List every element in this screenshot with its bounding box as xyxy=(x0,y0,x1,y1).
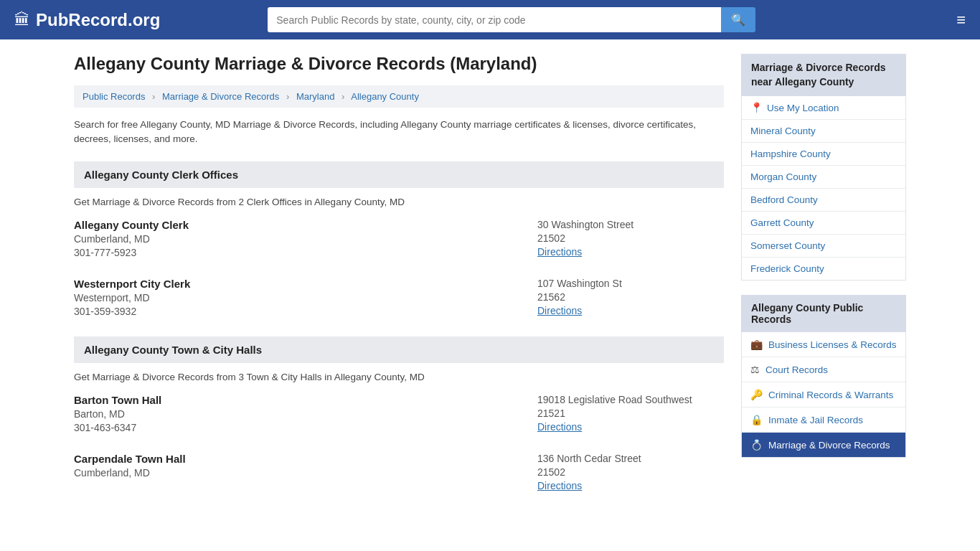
search-input[interactable] xyxy=(268,7,721,32)
record-left: Westernport City Clerk Westernport, MD 3… xyxy=(74,278,537,319)
record-address: 30 Washington Street xyxy=(537,219,724,230)
record-left: Allegany County Clerk Cumberland, MD 301… xyxy=(74,219,537,260)
sidebar-item-business[interactable]: 💼 Business Licenses & Records xyxy=(742,332,905,357)
record-zip: 21502 xyxy=(537,466,724,478)
record-name: Westernport City Clerk xyxy=(74,278,537,290)
sidebar-records-title: Allegany County Public Records xyxy=(741,295,906,332)
court-icon: ⚖ xyxy=(750,364,760,375)
record-entry-carpendale: Carpendale Town Hall Cumberland, MD 136 … xyxy=(74,453,724,491)
record-city: Cumberland, MD xyxy=(74,467,537,479)
sidebar-nearby-box: Marriage & Divorce Records near Allegany… xyxy=(741,54,906,281)
sidebar-item-garrett[interactable]: Garrett County xyxy=(742,212,905,235)
record-left: Carpendale Town Hall Cumberland, MD xyxy=(74,453,537,491)
sidebar-item-bedford[interactable]: Bedford County xyxy=(742,189,905,212)
record-right: 30 Washington Street 21502 Directions xyxy=(537,219,724,260)
page-container: Allegany County Marriage & Divorce Recor… xyxy=(60,39,920,523)
record-zip: 21521 xyxy=(537,408,724,419)
section-header-townhall: Allegany County Town & City Halls xyxy=(74,336,724,363)
sidebar-item-inmate[interactable]: 🔒 Inmate & Jail Records xyxy=(742,408,905,433)
record-city: Cumberland, MD xyxy=(74,233,537,245)
main-content: Allegany County Marriage & Divorce Recor… xyxy=(74,54,724,509)
site-header: 🏛 PubRecord.org 🔍 ≡ xyxy=(0,0,980,39)
directions-link[interactable]: Directions xyxy=(537,305,582,316)
section-desc-townhall: Get Marriage & Divorce Records from 3 To… xyxy=(74,372,724,382)
sidebar-nearby-list: 📍 Use My Location Mineral County Hampshi… xyxy=(741,96,906,281)
breadcrumb-item-maryland[interactable]: Maryland xyxy=(296,91,334,102)
record-address: 107 Washington St xyxy=(537,278,724,289)
directions-link[interactable]: Directions xyxy=(537,421,582,433)
sidebar-link-court[interactable]: ⚖ Court Records xyxy=(742,357,905,382)
logo-icon: 🏛 xyxy=(14,11,30,29)
business-icon: 💼 xyxy=(750,339,763,350)
breadcrumb-item-marriage[interactable]: Marriage & Divorce Records xyxy=(162,91,279,102)
breadcrumb: Public Records › Marriage & Divorce Reco… xyxy=(74,85,724,108)
logo-link[interactable]: 🏛 PubRecord.org xyxy=(14,10,160,30)
sidebar: Marriage & Divorce Records near Allegany… xyxy=(741,54,906,509)
sidebar-link-criminal[interactable]: 🔑 Criminal Records & Warrants xyxy=(742,382,905,407)
record-name: Allegany County Clerk xyxy=(74,219,537,231)
sidebar-records-box: Allegany County Public Records 💼 Busines… xyxy=(741,295,906,458)
criminal-icon: 🔑 xyxy=(750,389,763,400)
breadcrumb-item-public-records[interactable]: Public Records xyxy=(83,91,145,102)
directions-link[interactable]: Directions xyxy=(537,480,582,491)
breadcrumb-item-allegany[interactable]: Allegany County xyxy=(351,91,419,102)
sidebar-link-business[interactable]: 💼 Business Licenses & Records xyxy=(742,332,905,357)
record-zip: 21562 xyxy=(537,291,724,303)
marriage-icon: 💍 xyxy=(750,439,763,451)
sidebar-nearby-title: Marriage & Divorce Records near Allegany… xyxy=(741,54,906,96)
sidebar-item-criminal[interactable]: 🔑 Criminal Records & Warrants xyxy=(742,382,905,408)
record-phone: 301-777-5923 xyxy=(74,247,537,258)
record-left: Barton Town Hall Barton, MD 301-463-6347 xyxy=(74,394,537,435)
sidebar-link-hampshire[interactable]: Hampshire County xyxy=(742,143,905,165)
sidebar-item-mineral[interactable]: Mineral County xyxy=(742,120,905,143)
breadcrumb-sep-3: › xyxy=(341,91,344,102)
location-icon: 📍 xyxy=(750,102,763,113)
record-right: 136 North Cedar Street 21502 Directions xyxy=(537,453,724,491)
sidebar-item-morgan[interactable]: Morgan County xyxy=(742,166,905,189)
record-city: Westernport, MD xyxy=(74,292,537,303)
hamburger-button[interactable]: ≡ xyxy=(956,11,966,29)
sidebar-link-somerset[interactable]: Somerset County xyxy=(742,235,905,257)
sidebar-link-frederick[interactable]: Frederick County xyxy=(742,258,905,280)
sidebar-item-hampshire[interactable]: Hampshire County xyxy=(742,143,905,166)
record-address: 136 North Cedar Street xyxy=(537,453,724,464)
page-title: Allegany County Marriage & Divorce Recor… xyxy=(74,54,724,74)
sidebar-link-location[interactable]: 📍 Use My Location xyxy=(742,96,905,119)
inmate-icon: 🔒 xyxy=(750,414,763,425)
section-desc-clerk: Get Marriage & Divorce Records from 2 Cl… xyxy=(74,197,724,207)
search-bar: 🔍 xyxy=(268,7,755,32)
record-phone: 301-463-6347 xyxy=(74,422,537,433)
record-entry-barton: Barton Town Hall Barton, MD 301-463-6347… xyxy=(74,394,724,435)
sidebar-item-somerset[interactable]: Somerset County xyxy=(742,235,905,258)
record-zip: 21502 xyxy=(537,232,724,244)
sidebar-item-frederick[interactable]: Frederick County xyxy=(742,258,905,280)
breadcrumb-sep-1: › xyxy=(152,91,155,102)
record-entry-westernport-clerk: Westernport City Clerk Westernport, MD 3… xyxy=(74,278,724,319)
directions-link[interactable]: Directions xyxy=(537,246,582,258)
sidebar-link-garrett[interactable]: Garrett County xyxy=(742,212,905,234)
search-button[interactable]: 🔍 xyxy=(721,7,755,32)
sidebar-item-marriage[interactable]: 💍 Marriage & Divorce Records xyxy=(742,433,905,457)
section-header-clerk: Allegany County Clerk Offices xyxy=(74,161,724,188)
record-name: Carpendale Town Hall xyxy=(74,453,537,465)
sidebar-link-mineral[interactable]: Mineral County xyxy=(742,120,905,142)
record-right: 19018 Legislative Road Southwest 21521 D… xyxy=(537,394,724,435)
sidebar-link-morgan[interactable]: Morgan County xyxy=(742,166,905,188)
record-phone: 301-359-3932 xyxy=(74,306,537,317)
sidebar-item-court[interactable]: ⚖ Court Records xyxy=(742,357,905,382)
record-entry-allegany-clerk: Allegany County Clerk Cumberland, MD 301… xyxy=(74,219,724,260)
page-description: Search for free Allegany County, MD Marr… xyxy=(74,118,724,147)
sidebar-link-bedford[interactable]: Bedford County xyxy=(742,189,905,211)
sidebar-link-marriage[interactable]: 💍 Marriage & Divorce Records xyxy=(742,433,905,457)
record-city: Barton, MD xyxy=(74,408,537,420)
record-address: 19018 Legislative Road Southwest xyxy=(537,394,724,405)
record-right: 107 Washington St 21562 Directions xyxy=(537,278,724,319)
breadcrumb-sep-2: › xyxy=(286,91,289,102)
record-name: Barton Town Hall xyxy=(74,394,537,406)
sidebar-link-inmate[interactable]: 🔒 Inmate & Jail Records xyxy=(742,408,905,432)
logo-text: PubRecord.org xyxy=(36,10,160,30)
sidebar-records-list: 💼 Business Licenses & Records ⚖ Court Re… xyxy=(741,332,906,458)
sidebar-item-location[interactable]: 📍 Use My Location xyxy=(742,96,905,120)
